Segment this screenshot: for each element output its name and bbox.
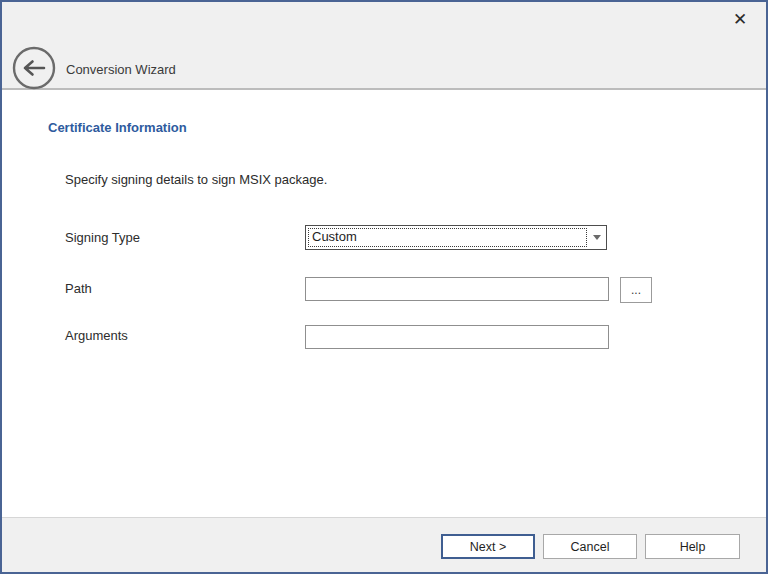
close-icon: ✕ xyxy=(733,9,747,29)
back-button[interactable] xyxy=(12,46,56,90)
back-arrow-icon xyxy=(12,78,56,93)
footer-bar: Next > Cancel Help xyxy=(2,517,766,572)
help-button[interactable]: Help xyxy=(645,534,740,559)
path-input[interactable] xyxy=(305,277,609,301)
signing-type-label: Signing Type xyxy=(65,230,140,246)
wizard-header: ✕ Conversion Wizard xyxy=(2,2,766,90)
chevron-down-icon xyxy=(593,235,601,240)
browse-button[interactable]: ... xyxy=(620,277,652,303)
page-description: Specify signing details to sign MSIX pac… xyxy=(65,172,327,187)
arguments-input[interactable] xyxy=(305,325,609,349)
combobox-dropdown-zone[interactable] xyxy=(588,226,606,249)
path-label: Path xyxy=(65,281,92,297)
next-button[interactable]: Next > xyxy=(441,534,535,559)
wizard-window: ✕ Conversion Wizard Certificate Informat… xyxy=(0,0,768,574)
cancel-button[interactable]: Cancel xyxy=(543,534,637,559)
signing-type-combobox[interactable]: Custom xyxy=(305,225,607,250)
signing-type-value: Custom xyxy=(312,226,357,248)
arguments-label: Arguments xyxy=(65,328,128,344)
page-title: Certificate Information xyxy=(48,120,187,135)
close-button[interactable]: ✕ xyxy=(728,7,752,31)
wizard-title: Conversion Wizard xyxy=(66,61,176,79)
